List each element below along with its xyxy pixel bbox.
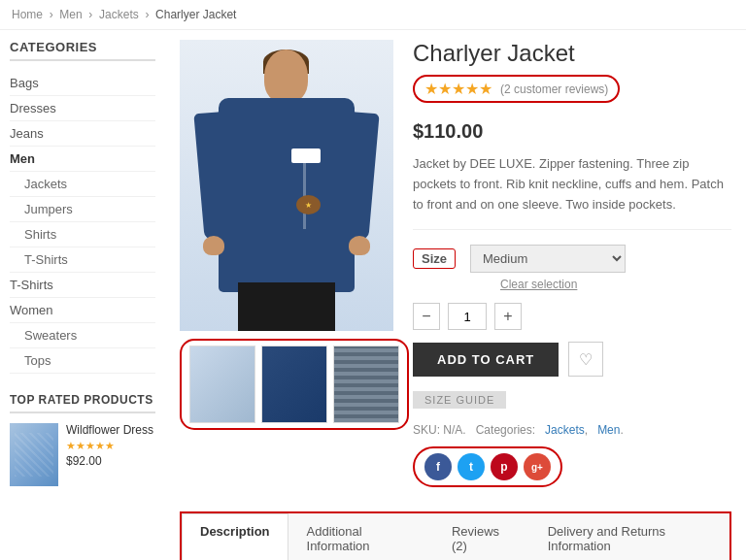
quantity-plus-button[interactable]: + (494, 303, 522, 330)
twitter-share-button[interactable]: t (458, 453, 485, 480)
sidebar: CATEGORIES Bags Dresses Jeans Men Jacket… (0, 40, 165, 560)
breadcrumb-home[interactable]: Home (12, 8, 43, 21)
rating-text: (2 customer reviews) (500, 82, 608, 96)
thumbnail-3[interactable] (333, 346, 399, 423)
sidebar-item-jeans[interactable]: Jeans (10, 121, 155, 147)
tabs-section: Description Additional Information Revie… (180, 511, 731, 560)
sidebar-item-women[interactable]: Women (10, 298, 155, 323)
sidebar-item-jumpers[interactable]: Jumpers (10, 197, 155, 222)
categories-title: CATEGORIES (10, 40, 155, 61)
tab-delivery[interactable]: Delivery and Returns Information (529, 513, 729, 560)
main-product-image (180, 40, 393, 331)
breadcrumb-jackets[interactable]: Jackets (99, 8, 139, 21)
tab-description[interactable]: Description (182, 513, 288, 560)
clear-selection[interactable]: Clear selection (500, 278, 731, 291)
rating-row[interactable]: ★★★★★ (2 customer reviews) (413, 75, 620, 103)
figure-patch (296, 195, 321, 214)
jacket-illustration (199, 49, 374, 321)
top-rated-product-image (10, 423, 58, 486)
product-description: Jacket by DEE LUXE. Zipper fastening. Th… (413, 154, 731, 230)
cart-row: ADD TO CART ♡ (413, 342, 731, 377)
tab-additional-info[interactable]: Additional Information (288, 513, 433, 560)
figure-zip (303, 151, 306, 229)
sidebar-item-tshirts-sub[interactable]: T-Shirts (10, 247, 155, 273)
sidebar-item-tops[interactable]: Tops (10, 348, 155, 374)
thumbnail-1[interactable] (189, 346, 255, 423)
product-top: Charlyer Jacket ★★★★★ (2 customer review… (180, 40, 731, 487)
thumbnail-images (180, 339, 409, 430)
figure-hand-right (349, 236, 370, 255)
categories-label: Categories: (476, 423, 535, 437)
category-link-jackets[interactable]: Jackets (545, 423, 585, 437)
size-row: Size Medium Small Large X-Large (413, 245, 731, 273)
sku-row: SKU: N/A. Categories: Jackets, Men. (413, 423, 731, 437)
tab-reviews[interactable]: Reviews (2) (433, 513, 529, 560)
category-link-men[interactable]: Men (597, 423, 620, 437)
figure-body (219, 98, 355, 292)
figure-head (264, 49, 308, 103)
top-rated-title: TOP RATED PRODUCTS (10, 393, 155, 413)
size-select[interactable]: Medium Small Large X-Large (470, 245, 626, 273)
product-info: Charlyer Jacket ★★★★★ (2 customer review… (413, 40, 731, 487)
googleplus-share-button[interactable]: g+ (524, 453, 551, 480)
quantity-input[interactable] (448, 303, 487, 330)
rating-stars: ★★★★★ (424, 80, 492, 98)
pinterest-share-button[interactable]: p (491, 453, 518, 480)
sidebar-item-bags[interactable]: Bags (10, 71, 155, 96)
tabs-header: Description Additional Information Revie… (182, 513, 729, 560)
top-rated-product[interactable]: Wildflower Dress ★★★★★ $92.00 (10, 423, 155, 486)
size-label: Size (413, 248, 456, 269)
thumbnail-2[interactable] (261, 346, 327, 423)
sidebar-item-dresses[interactable]: Dresses (10, 96, 155, 121)
product-area: Charlyer Jacket ★★★★★ (2 customer review… (165, 40, 746, 560)
product-price: $110.00 (413, 120, 731, 143)
category-list: Bags Dresses Jeans Men Jackets Jumpers S… (10, 71, 155, 374)
figure-collar (291, 148, 321, 163)
size-guide-button[interactable]: SIZE GUIDE (413, 391, 506, 409)
sidebar-item-shirts[interactable]: Shirts (10, 222, 155, 247)
breadcrumb-men[interactable]: Men (59, 8, 82, 21)
breadcrumb-current: Charlyer Jacket (155, 8, 236, 21)
top-rated-product-info: Wildflower Dress ★★★★★ $92.00 (66, 423, 155, 468)
quantity-row: − + (413, 303, 731, 330)
product-images (180, 40, 393, 487)
top-rated-product-stars: ★★★★★ (66, 440, 155, 452)
sidebar-item-jackets[interactable]: Jackets (10, 172, 155, 197)
figure-pants (238, 282, 335, 331)
sidebar-item-sweaters[interactable]: Sweaters (10, 323, 155, 348)
social-share-row: f t p g+ (413, 446, 562, 487)
wishlist-button[interactable]: ♡ (568, 342, 603, 377)
product-title: Charlyer Jacket (413, 40, 731, 67)
top-rated-product-price: $92.00 (66, 454, 155, 468)
size-guide-row: SIZE GUIDE (413, 391, 731, 409)
facebook-share-button[interactable]: f (424, 453, 452, 480)
quantity-minus-button[interactable]: − (413, 303, 440, 330)
sidebar-item-men[interactable]: Men (10, 147, 155, 172)
top-rated-product-name: Wildflower Dress (66, 423, 155, 437)
add-to-cart-button[interactable]: ADD TO CART (413, 343, 559, 377)
sku-label: SKU: N/A. (413, 423, 466, 437)
top-rated-section: TOP RATED PRODUCTS Wildflower Dress ★★★★… (10, 393, 155, 486)
breadcrumb: Home › Men › Jackets › Charlyer Jacket (0, 0, 746, 30)
figure-hand-left (203, 236, 224, 255)
sidebar-item-tshirts[interactable]: T-Shirts (10, 273, 155, 298)
